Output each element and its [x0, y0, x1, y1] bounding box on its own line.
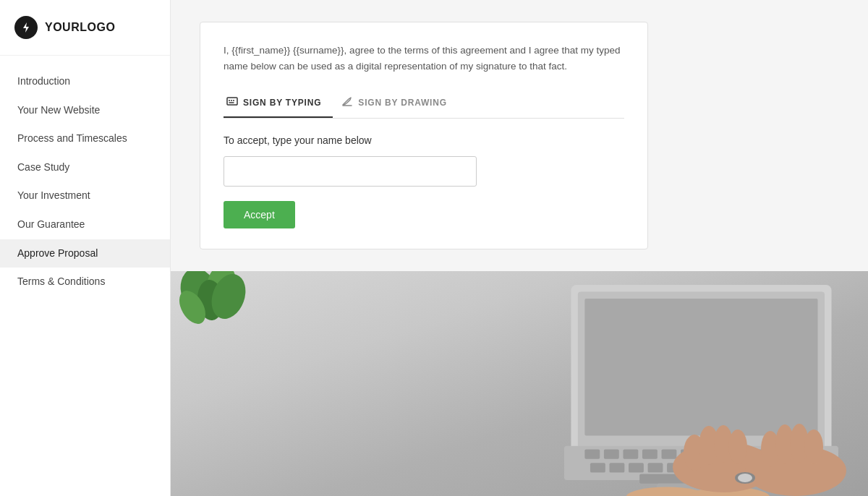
bottom-bg — [171, 271, 868, 496]
svg-rect-29 — [629, 463, 644, 473]
sidebar-item-your-new-website[interactable]: Your New Website — [0, 96, 170, 125]
tab-sign-by-typing[interactable]: SIGN BY TYPING — [224, 88, 333, 118]
accept-button[interactable]: Accept — [224, 201, 295, 228]
hands-decoration — [651, 366, 868, 496]
agreement-text: I, {{first_name}} {{surname}}, agree to … — [224, 43, 624, 74]
svg-point-50 — [804, 429, 823, 464]
logo-text: YOURLOGO — [45, 21, 115, 34]
main-content: I, {{first_name}} {{surname}}, agree to … — [171, 0, 868, 496]
nav-list: Introduction Your New Website Process an… — [0, 56, 170, 496]
bottom-image-area — [171, 271, 868, 496]
svg-rect-27 — [590, 463, 605, 473]
sidebar-item-your-investment[interactable]: Your Investment — [0, 181, 170, 210]
type-label: To accept, type your name below — [224, 134, 624, 146]
drawing-icon — [341, 95, 353, 109]
svg-point-52 — [738, 474, 752, 482]
svg-rect-16 — [584, 450, 600, 459]
tab-sign-by-drawing[interactable]: SIGN BY DRAWING — [339, 88, 458, 118]
svg-rect-17 — [604, 450, 619, 459]
sidebar-item-process-and-timescales[interactable]: Process and Timescales — [0, 124, 170, 153]
svg-point-46 — [728, 429, 747, 464]
svg-rect-28 — [609, 463, 624, 473]
sidebar-item-approve-proposal[interactable]: Approve Proposal — [0, 239, 170, 268]
tab-sign-by-typing-label: SIGN BY TYPING — [243, 98, 321, 108]
sidebar-item-case-study[interactable]: Case Study — [0, 153, 170, 182]
tab-sign-by-drawing-label: SIGN BY DRAWING — [358, 98, 446, 108]
sidebar-item-introduction[interactable]: Introduction — [0, 67, 170, 96]
typing-icon — [226, 95, 238, 109]
svg-marker-0 — [23, 22, 29, 33]
name-input[interactable] — [224, 156, 477, 187]
sidebar-item-our-guarantee[interactable]: Our Guarantee — [0, 210, 170, 239]
logo-area: YOURLOGO — [0, 0, 170, 56]
content-top: I, {{first_name}} {{surname}}, agree to … — [171, 0, 868, 271]
logo-icon — [14, 16, 38, 39]
tabs-bar: SIGN BY TYPING SIGN BY DRAWING — [224, 88, 624, 119]
svg-rect-1 — [227, 98, 237, 105]
sidebar: YOURLOGO Introduction Your New Website P… — [0, 0, 171, 496]
svg-rect-18 — [623, 450, 638, 459]
proposal-card: I, {{first_name}} {{surname}}, agree to … — [200, 22, 648, 249]
plant-decoration — [171, 271, 258, 343]
sidebar-item-terms-and-conditions[interactable]: Terms & Conditions — [0, 268, 170, 296]
